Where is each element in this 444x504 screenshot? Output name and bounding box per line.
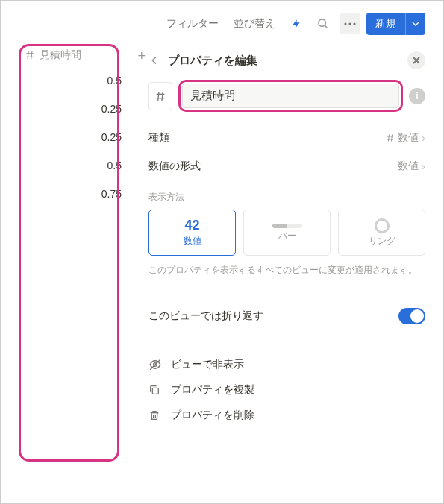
column-header-label: 見積時間 xyxy=(40,48,81,62)
back-arrow-icon[interactable] xyxy=(148,54,160,66)
action-label: プロパティを削除 xyxy=(171,409,254,422)
property-name-input[interactable] xyxy=(182,84,399,108)
display-option-number[interactable]: 42 数値 xyxy=(148,210,236,256)
svg-point-4 xyxy=(353,22,355,25)
table-cell[interactable]: 0.5 xyxy=(19,66,131,95)
column-header[interactable]: 見積時間 xyxy=(19,44,131,66)
close-icon[interactable] xyxy=(407,51,425,69)
property-edit-panel: プロパティを編集 i 種類 数値 › xyxy=(131,44,443,503)
table-cell[interactable]: 0.25 xyxy=(19,95,131,123)
highlight-annotation xyxy=(178,80,403,112)
display-option-ring[interactable]: リング xyxy=(338,210,425,256)
sort-button[interactable]: 並び替え xyxy=(229,14,280,34)
svg-line-18 xyxy=(392,135,393,142)
new-button-dropdown[interactable] xyxy=(405,13,425,35)
display-note: このプロパティを表示するすべてのビューに変更が適用されます。 xyxy=(148,263,425,277)
display-option-bar[interactable]: バー xyxy=(243,210,331,256)
filter-button[interactable]: フィルター xyxy=(162,14,223,34)
table-cell[interactable]: 0.5 xyxy=(19,151,131,180)
svg-point-0 xyxy=(319,19,325,26)
hash-icon xyxy=(25,50,35,60)
table-cell[interactable]: 0.25 xyxy=(19,123,131,151)
info-icon[interactable]: i xyxy=(409,88,425,104)
setting-value: 数値 xyxy=(398,131,419,145)
wrap-label: このビューでは折り返す xyxy=(148,309,263,323)
bar-preview-icon xyxy=(272,224,302,228)
hide-property-action[interactable]: ビューで非表示 xyxy=(148,352,425,377)
eye-off-icon xyxy=(148,358,162,371)
panel-title: プロパティを編集 xyxy=(168,54,400,68)
svg-line-7 xyxy=(28,51,28,60)
wrap-toggle[interactable] xyxy=(398,308,425,324)
add-column-icon[interactable]: + xyxy=(137,48,146,64)
property-type-icon[interactable] xyxy=(148,82,172,110)
svg-line-13 xyxy=(158,92,159,101)
trash-icon xyxy=(148,409,162,421)
hash-icon xyxy=(386,133,395,142)
table-cell[interactable]: 0.75 xyxy=(19,180,131,208)
lightning-icon[interactable] xyxy=(286,13,307,34)
more-icon[interactable] xyxy=(340,13,360,34)
svg-line-1 xyxy=(325,25,327,28)
divider xyxy=(148,294,425,294)
delete-property-action[interactable]: プロパティを削除 xyxy=(148,403,425,428)
ring-preview-icon xyxy=(375,218,390,233)
duplicate-icon xyxy=(148,384,162,396)
svg-point-3 xyxy=(348,22,351,25)
toolbar: フィルター 並び替え 新規 xyxy=(1,1,443,44)
setting-label: 種類 xyxy=(148,131,169,145)
svg-point-2 xyxy=(344,22,346,25)
svg-line-8 xyxy=(31,51,32,60)
action-label: プロパティを複製 xyxy=(171,383,254,397)
new-button[interactable]: 新規 xyxy=(366,13,425,35)
wrap-toggle-row[interactable]: このビューでは折り返す xyxy=(148,305,425,330)
option-label: リング xyxy=(369,235,395,248)
column-estimate-time: 見積時間 + 0.5 0.25 0.25 0.5 0.75 xyxy=(19,44,131,503)
duplicate-property-action[interactable]: プロパティを複製 xyxy=(148,377,425,403)
setting-value: 数値 xyxy=(398,160,419,173)
action-label: ビューで非表示 xyxy=(171,358,244,371)
chevron-right-icon: › xyxy=(422,160,425,172)
number-preview: 42 xyxy=(184,218,199,233)
svg-line-14 xyxy=(162,92,163,101)
new-button-label: 新規 xyxy=(366,13,405,35)
svg-rect-21 xyxy=(152,388,158,394)
search-icon[interactable] xyxy=(313,13,334,34)
number-format-row[interactable]: 数値の形式 数値 › xyxy=(148,152,425,180)
option-label: バー xyxy=(278,230,296,242)
chevron-right-icon: › xyxy=(422,132,425,144)
property-type-row[interactable]: 種類 数値 › xyxy=(148,124,425,152)
display-section-label: 表示方法 xyxy=(148,191,425,204)
divider xyxy=(148,341,425,341)
option-label: 数値 xyxy=(184,235,201,248)
svg-line-17 xyxy=(389,135,390,142)
setting-label: 数値の形式 xyxy=(148,160,201,173)
